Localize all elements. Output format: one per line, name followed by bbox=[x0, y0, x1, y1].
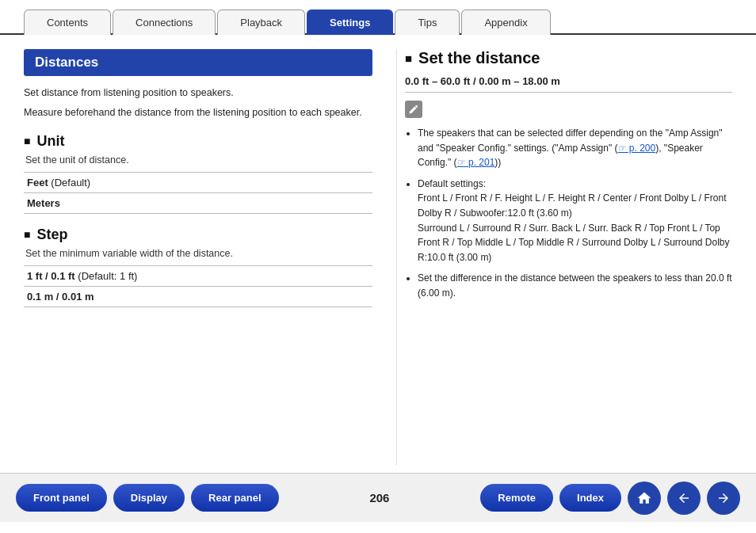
tab-playback[interactable]: Playback bbox=[217, 10, 305, 35]
option-01m: 0.1 m / 0.01 m bbox=[24, 286, 372, 306]
remote-button[interactable]: Remote bbox=[480, 484, 553, 512]
index-button[interactable]: Index bbox=[559, 484, 621, 512]
note-1: The speakers that can be selected differ… bbox=[418, 126, 732, 170]
notes-list: The speakers that can be selected differ… bbox=[405, 126, 732, 301]
forward-button[interactable] bbox=[707, 482, 740, 515]
link-p200[interactable]: ☞ p. 200 bbox=[618, 143, 656, 154]
option-feet-suffix: (Default) bbox=[48, 177, 90, 188]
step-title: Step bbox=[24, 227, 372, 243]
rear-panel-button[interactable]: Rear panel bbox=[191, 484, 278, 512]
unit-title: Unit bbox=[24, 133, 372, 150]
link-p201[interactable]: ☞ p. 201 bbox=[457, 157, 495, 168]
tab-connections[interactable]: Connections bbox=[113, 10, 216, 35]
back-icon bbox=[677, 491, 691, 505]
desc2: Measure beforehand the distance from the… bbox=[24, 105, 372, 120]
option-feet: Feet (Default) bbox=[24, 172, 372, 192]
home-icon bbox=[636, 490, 652, 506]
right-column: Set the distance 0.0 ft – 60.0 ft / 0.00… bbox=[396, 49, 732, 465]
forward-icon bbox=[716, 491, 731, 505]
option-meters: Meters bbox=[24, 192, 372, 213]
left-column: Distances Set distance from listening po… bbox=[24, 49, 372, 465]
right-section-title: Set the distance bbox=[405, 49, 732, 67]
note-icon bbox=[405, 101, 422, 118]
page-number: 206 bbox=[369, 491, 389, 504]
tab-settings[interactable]: Settings bbox=[307, 10, 393, 35]
note-3: Set the difference in the distance betwe… bbox=[418, 271, 732, 300]
display-button[interactable]: Display bbox=[113, 484, 185, 512]
range-text: 0.0 ft – 60.0 ft / 0.00 m – 18.00 m bbox=[405, 75, 732, 93]
step-options: 1 ft / 0.1 ft (Default: 1 ft) 0.1 m / 0.… bbox=[24, 265, 372, 307]
option-1ft: 1 ft / 0.1 ft (Default: 1 ft) bbox=[24, 265, 372, 286]
main-content: Distances Set distance from listening po… bbox=[0, 35, 756, 473]
desc1: Set distance from listening position to … bbox=[24, 86, 372, 101]
unit-desc: Set the unit of distance. bbox=[24, 154, 372, 166]
option-01m-label: 0.1 m / 0.01 m bbox=[27, 291, 94, 303]
bottom-nav-left: Front panel Display Rear panel bbox=[16, 484, 279, 512]
option-1ft-label: 1 ft / 0.1 ft bbox=[27, 270, 75, 282]
pencil-svg bbox=[408, 104, 419, 115]
home-button[interactable] bbox=[628, 482, 661, 515]
back-button[interactable] bbox=[667, 482, 701, 515]
tab-appendix[interactable]: Appendix bbox=[461, 10, 550, 35]
note-2: Default settings: Front L / Front R / F.… bbox=[418, 177, 732, 265]
tab-tips[interactable]: Tips bbox=[395, 10, 460, 35]
option-1ft-suffix: (Default: 1 ft) bbox=[75, 270, 138, 282]
top-navigation: Contents Connections Playback Settings T… bbox=[0, 0, 756, 35]
option-meters-label: Meters bbox=[27, 197, 60, 209]
front-panel-button[interactable]: Front panel bbox=[16, 484, 107, 512]
step-desc: Set the minimum variable width of the di… bbox=[24, 248, 372, 259]
section-title: Distances bbox=[24, 49, 372, 76]
option-feet-label: Feet bbox=[27, 177, 48, 188]
bottom-nav-right: Remote Index bbox=[480, 482, 740, 515]
unit-options: Feet (Default) Meters bbox=[24, 172, 372, 214]
bottom-bar: Front panel Display Rear panel 206 Remot… bbox=[0, 473, 756, 522]
tab-contents[interactable]: Contents bbox=[24, 10, 111, 35]
